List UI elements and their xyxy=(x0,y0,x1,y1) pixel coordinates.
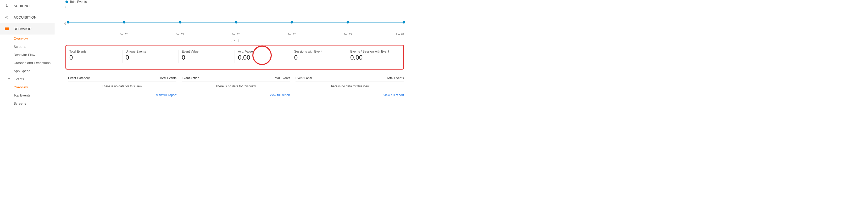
mini-table: Event ActionTotal EventsThere is no data… xyxy=(182,76,290,97)
view-full-report-link[interactable]: view full report xyxy=(384,93,404,97)
metric-value: 0 xyxy=(294,54,344,61)
sidebar-item-behavior[interactable]: BEHAVIOR xyxy=(0,23,55,35)
sidebar-sub-app-speed[interactable]: App Speed xyxy=(0,67,55,75)
table-empty-message: There is no data for this view. xyxy=(182,82,290,91)
metric-label: Avg. Value xyxy=(238,50,288,53)
chart-legend: Total Events xyxy=(60,0,409,4)
metric-card[interactable]: Unique Events0 xyxy=(123,50,179,63)
metric-sparkline xyxy=(294,63,344,63)
metric-label: Sessions with Event xyxy=(294,50,344,53)
chart-x-label: Jun 28 xyxy=(395,33,404,36)
legend-dot-icon xyxy=(65,1,68,3)
metric-value: 0 xyxy=(126,54,175,61)
sidebar-item-acquisition[interactable]: ACQUISITION xyxy=(0,11,55,23)
chart-point[interactable] xyxy=(179,21,181,24)
chart-point[interactable] xyxy=(67,21,69,24)
metric-sparkline xyxy=(182,63,231,63)
metric-card[interactable]: Event Value0 xyxy=(179,50,235,63)
table-header-metric: Total Events xyxy=(159,76,177,80)
table-header-dimension: Event Label xyxy=(296,76,312,80)
chart-y-label-bottom: 0 xyxy=(64,22,66,25)
table-header-metric: Total Events xyxy=(273,76,290,80)
sidebar-sub-top-events[interactable]: Top Events xyxy=(0,91,55,99)
sidebar-sub-overview[interactable]: Overview xyxy=(0,35,55,43)
chart-x-label: … xyxy=(69,33,72,36)
view-full-report-link[interactable]: view full report xyxy=(156,93,177,97)
mini-table-header: Event ActionTotal Events xyxy=(182,76,290,82)
table-link-row: view full report xyxy=(296,91,404,97)
table-header-dimension: Event Action xyxy=(182,76,199,80)
table-header-dimension: Event Category xyxy=(68,76,90,80)
sidebar-item-label: ACQUISITION xyxy=(13,15,37,19)
table-empty-message: There is no data for this view. xyxy=(68,82,177,91)
metric-card[interactable]: Avg. Value0.00 xyxy=(235,50,291,63)
tables-row: Event CategoryTotal EventsThere is no da… xyxy=(68,76,404,97)
sidebar-item-label: AUDIENCE xyxy=(13,4,32,8)
metric-label: Unique Events xyxy=(126,50,175,53)
chart-x-axis: …Jun 23Jun 24Jun 25Jun 26Jun 27Jun 28 xyxy=(68,31,404,36)
svg-point-3 xyxy=(8,18,8,19)
chart-point[interactable] xyxy=(290,21,293,24)
svg-rect-5 xyxy=(5,27,9,28)
chart-x-label: Jun 26 xyxy=(288,33,296,36)
metric-sparkline xyxy=(69,63,119,63)
metric-card[interactable]: Total Events0 xyxy=(66,50,123,63)
mini-table-header: Event LabelTotal Events xyxy=(296,76,404,82)
table-empty-message: There is no data for this view. xyxy=(296,82,404,91)
table-link-row: view full report xyxy=(182,91,290,97)
svg-point-2 xyxy=(8,16,8,16)
metric-value: 0.00 xyxy=(238,54,288,61)
share-icon xyxy=(4,15,9,20)
view-full-report-link[interactable]: view full report xyxy=(270,93,290,97)
svg-point-0 xyxy=(6,4,8,6)
sidebar-sub-events[interactable]: ▼ Events xyxy=(0,75,55,83)
sidebar-sub-crashes[interactable]: Crashes and Exceptions xyxy=(0,59,55,67)
metric-sparkline xyxy=(238,63,288,63)
mini-table: Event LabelTotal EventsThere is no data … xyxy=(296,76,404,97)
metric-value: 0 xyxy=(182,54,231,61)
chart-point[interactable] xyxy=(123,21,125,24)
sidebar-sub-screens[interactable]: Screens xyxy=(0,43,55,51)
chart-y-label-top: 1 xyxy=(64,5,66,8)
chart-x-label: Jun 24 xyxy=(176,33,184,36)
metric-value: 0.00 xyxy=(350,54,400,61)
chevron-down-icon: ▼ xyxy=(8,78,10,80)
sidebar-item-audience[interactable]: AUDIENCE xyxy=(0,0,55,11)
metric-sparkline xyxy=(350,63,400,63)
metric-sparkline xyxy=(126,63,175,63)
metric-label: Events / Session with Event xyxy=(350,50,400,53)
behavior-icon xyxy=(4,26,9,31)
line-chart[interactable]: 1 0 xyxy=(68,5,404,31)
metric-label: Total Events xyxy=(69,50,119,53)
chart-point[interactable] xyxy=(347,21,349,24)
sidebar-item-label: Events xyxy=(13,77,24,81)
person-icon xyxy=(4,3,9,8)
sidebar: AUDIENCE ACQUISITION BEHAVIOR Overview S… xyxy=(0,0,55,107)
table-link-row: view full report xyxy=(68,91,177,97)
legend-label: Total Events xyxy=(70,0,87,4)
sidebar-item-label: BEHAVIOR xyxy=(13,27,32,31)
metric-value: 0 xyxy=(69,54,119,61)
metric-card[interactable]: Events / Session with Event0.00 xyxy=(347,50,403,63)
chart-point[interactable] xyxy=(235,21,238,24)
chart-x-label: Jun 27 xyxy=(344,33,352,36)
metric-card[interactable]: Sessions with Event0 xyxy=(291,50,347,63)
chart-expand-handle[interactable]: ▼ xyxy=(60,38,409,42)
chart-point[interactable] xyxy=(403,21,405,24)
sidebar-sub-behavior-flow[interactable]: Behavior Flow xyxy=(0,51,55,59)
chart-x-label: Jun 25 xyxy=(232,33,240,36)
mini-table-header: Event CategoryTotal Events xyxy=(68,76,177,82)
chart-x-label: Jun 23 xyxy=(120,33,128,36)
sidebar-sub-events-overview[interactable]: Overview xyxy=(0,83,55,91)
metrics-row: Total Events0Unique Events0Event Value0A… xyxy=(65,45,404,70)
table-header-metric: Total Events xyxy=(387,76,404,80)
chart-area: Total Events 1 0 …Jun 23Jun 24Jun 25Jun … xyxy=(60,0,409,42)
main-content: Total Events 1 0 …Jun 23Jun 24Jun 25Jun … xyxy=(55,0,409,107)
mini-table: Event CategoryTotal EventsThere is no da… xyxy=(68,76,177,97)
metric-label: Event Value xyxy=(182,50,231,53)
sidebar-sub-events-screens[interactable]: Screens xyxy=(0,99,55,107)
